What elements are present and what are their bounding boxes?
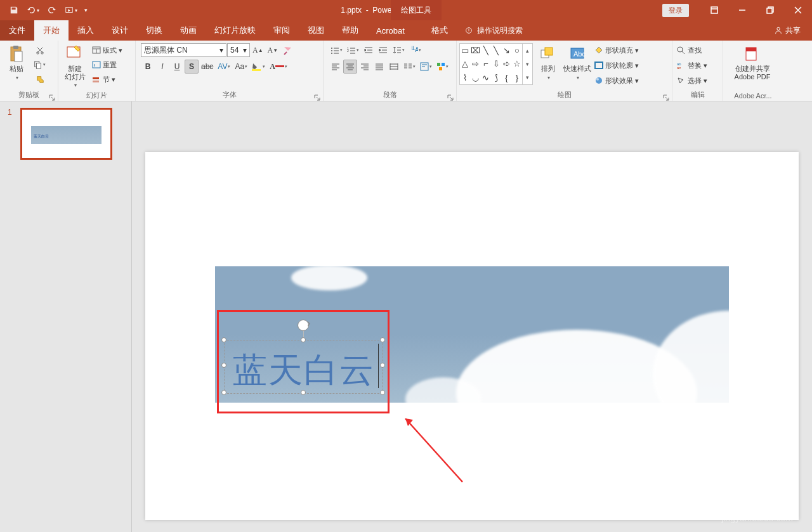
resize-handle[interactable] [380, 363, 385, 368]
resize-handle[interactable] [380, 390, 385, 395]
close-icon[interactable] [784, 1, 812, 20]
shape-brace-l[interactable]: { [501, 71, 511, 84]
line-spacing-button[interactable]: ▾ [391, 43, 407, 57]
tab-animations[interactable]: 动画 [171, 20, 206, 41]
shape-arrow-d[interactable]: ⇩ [491, 57, 501, 70]
text-direction-button[interactable]: ╙A▾ [407, 43, 423, 57]
change-case-button[interactable]: Aa▾ [233, 60, 249, 74]
bullets-button[interactable]: ▾ [329, 43, 344, 57]
tab-file[interactable]: 文件 [0, 20, 34, 41]
shape-corner[interactable]: ⌐ [481, 57, 491, 70]
quick-styles-button[interactable]: Abc 快速样式▾ [563, 43, 591, 82]
shapes-gallery[interactable]: ▭⌧╲╲↘○ △⇨⌐⇩➪☆ ⌇◡∿⟆{} ▴▾▾ [459, 43, 533, 85]
tab-home[interactable]: 开始 [34, 20, 69, 41]
drawing-dialog-launcher[interactable] [663, 92, 671, 100]
clear-formatting-icon[interactable] [280, 43, 294, 57]
shape-arc[interactable]: ◡ [470, 71, 480, 84]
shape-arrow-r[interactable]: ⇨ [470, 57, 480, 70]
resize-handle[interactable] [301, 337, 306, 342]
select-button[interactable]: 选择▾ [675, 74, 709, 88]
reset-button[interactable]: 重置 [90, 58, 124, 72]
tab-acrobat[interactable]: Acrobat [367, 20, 414, 41]
arrange-button[interactable]: 排列▾ [534, 43, 562, 82]
share-button[interactable]: 共享 [763, 20, 812, 41]
resize-handle[interactable] [221, 363, 226, 368]
shape-fill-button[interactable]: 形状填充▾ [593, 43, 641, 57]
shadow-button[interactable]: S [185, 60, 199, 74]
tab-transitions[interactable]: 切换 [137, 20, 171, 41]
font-color-button[interactable]: A▾ [268, 60, 289, 74]
tab-slideshow[interactable]: 幻灯片放映 [206, 20, 265, 41]
gallery-down[interactable]: ▾ [523, 57, 532, 70]
font-dialog-launcher[interactable] [314, 92, 322, 100]
find-button[interactable]: 查找 [675, 43, 709, 57]
clipboard-dialog-launcher[interactable] [49, 92, 56, 100]
new-slide-button[interactable]: 新建幻灯片▾ [61, 43, 89, 89]
italic-button[interactable]: I [155, 60, 169, 74]
textbox-content[interactable]: 蓝天白云 [233, 347, 375, 394]
shape-star[interactable]: ☆ [512, 57, 522, 70]
shape-line2[interactable]: ╲ [491, 44, 501, 57]
save-icon[interactable] [5, 1, 23, 19]
decrease-indent-button[interactable] [362, 43, 376, 57]
decrease-font-icon[interactable]: A▼ [266, 43, 280, 57]
tab-format[interactable]: 格式 [422, 20, 457, 41]
shape-outline-button[interactable]: 形状轮廓▾ [593, 58, 641, 72]
increase-indent-button[interactable] [376, 43, 390, 57]
shape-arrowline[interactable]: ↘ [501, 44, 511, 57]
align-center-button[interactable] [343, 60, 357, 74]
justify-button[interactable] [372, 60, 386, 74]
shape-oval[interactable]: ○ [512, 44, 522, 57]
smartart-button[interactable]: ▾ [435, 60, 450, 74]
resize-handle[interactable] [221, 337, 226, 342]
tab-review[interactable]: 审阅 [265, 20, 299, 41]
slide[interactable]: 蓝天白云 [145, 152, 799, 520]
shape-curve2[interactable]: ⟆ [491, 71, 501, 84]
tell-me-search[interactable]: 操作说明搜索 [457, 20, 530, 41]
font-name-combo[interactable]: 思源黑体 CN▾ [141, 43, 226, 57]
font-size-combo[interactable]: 54▾ [227, 43, 250, 57]
shape-rect[interactable]: ▭ [460, 44, 470, 57]
align-right-button[interactable] [358, 60, 372, 74]
char-spacing-button[interactable]: AV▾ [216, 60, 232, 74]
paragraph-dialog-launcher[interactable] [447, 92, 455, 100]
start-from-beginning-icon[interactable]: ▾ [62, 1, 80, 19]
strikethrough-button[interactable]: abc [199, 60, 215, 74]
layout-button[interactable]: 版式▾ [90, 43, 124, 57]
maximize-icon[interactable] [756, 1, 784, 20]
slide-thumbnail-1[interactable]: 1 蓝天白云 [9, 108, 122, 160]
slide-canvas[interactable]: 蓝天白云 Baidu 经验 jingyan.baidu.com [132, 101, 812, 532]
gallery-up[interactable]: ▴ [523, 44, 532, 57]
shape-textbox[interactable]: ⌧ [470, 44, 480, 57]
format-painter-icon[interactable] [32, 72, 48, 86]
underline-button[interactable]: U [170, 60, 184, 74]
copy-icon[interactable]: ▾ [32, 58, 48, 72]
rotation-handle[interactable] [298, 320, 309, 331]
distribute-button[interactable] [387, 60, 401, 74]
shape-free[interactable]: ∿ [481, 71, 491, 84]
ribbon-display-options-icon[interactable] [700, 1, 728, 20]
resize-handle[interactable] [221, 390, 226, 395]
shape-tri[interactable]: △ [460, 57, 470, 70]
tab-design[interactable]: 设计 [103, 20, 137, 41]
create-adobe-pdf-button[interactable]: 创建并共享Adobe PDF [726, 43, 779, 82]
gallery-more[interactable]: ▾ [523, 71, 532, 84]
slide-thumbnail-pane[interactable]: 1 蓝天白云 [0, 101, 132, 532]
undo-icon[interactable]: ▾ [24, 1, 42, 19]
replace-button[interactable]: abac替换▾ [675, 58, 709, 72]
columns-button[interactable]: ▾ [402, 60, 417, 74]
tab-view[interactable]: 视图 [299, 20, 333, 41]
increase-font-icon[interactable]: A▲ [251, 43, 265, 57]
shape-arrow[interactable]: ➪ [501, 57, 511, 70]
section-button[interactable]: 节▾ [90, 72, 124, 86]
highlight-button[interactable]: ▾ [250, 60, 267, 74]
bold-button[interactable]: B [141, 60, 155, 74]
paste-button[interactable]: 粘贴▾ [3, 43, 30, 82]
tab-help[interactable]: 帮助 [333, 20, 367, 41]
shape-effects-button[interactable]: 形状效果▾ [593, 74, 641, 88]
align-left-button[interactable] [329, 60, 343, 74]
numbering-button[interactable]: 12▾ [345, 43, 361, 57]
resize-handle[interactable] [380, 337, 385, 342]
minimize-icon[interactable] [728, 1, 756, 20]
shape-line[interactable]: ╲ [481, 44, 491, 57]
